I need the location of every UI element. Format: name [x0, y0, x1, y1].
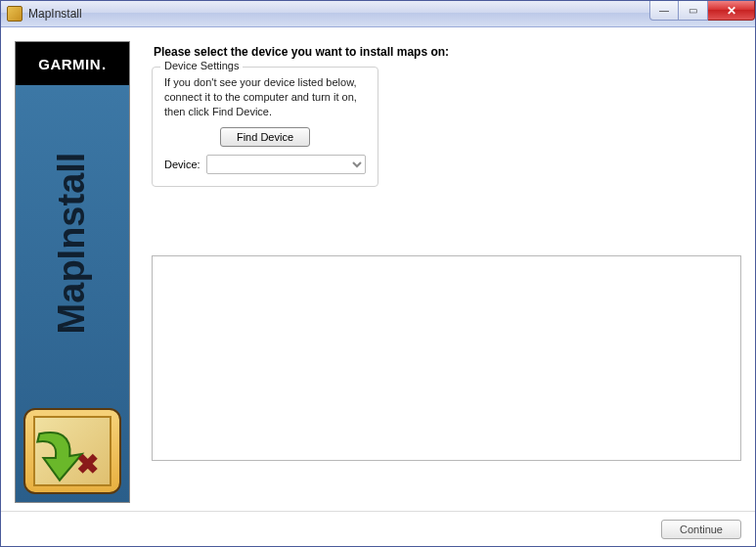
sidebar-banner: GARMIN. MapInstall ✖ — [15, 41, 130, 503]
titlebar[interactable]: MapInstall — ▭ ✕ — [1, 1, 755, 27]
window-controls: — ▭ ✕ — [649, 1, 755, 21]
device-settings-legend: Device Settings — [160, 60, 243, 71]
device-settings-group: Device Settings If you don't see your de… — [152, 67, 378, 187]
brand-logo: GARMIN. — [16, 42, 129, 85]
output-panel — [152, 255, 741, 461]
app-window: MapInstall — ▭ ✕ GARMIN. MapInstall — [0, 0, 756, 547]
map-install-icon: ✖ — [23, 408, 121, 494]
continue-button[interactable]: Continue — [661, 520, 741, 539]
main-area: GARMIN. MapInstall ✖ — [1, 27, 755, 511]
app-icon — [7, 6, 22, 22]
client-area: GARMIN. MapInstall ✖ — [1, 27, 755, 546]
device-row: Device: — [164, 155, 366, 174]
device-select[interactable] — [206, 155, 366, 174]
brand-suffix: . — [102, 56, 107, 72]
device-instruction-text: If you don't see your device listed belo… — [164, 75, 366, 119]
device-label: Device: — [164, 159, 200, 170]
window-title: MapInstall — [28, 7, 82, 21]
footer-bar: Continue — [1, 511, 755, 546]
minimize-button[interactable]: — — [649, 1, 679, 21]
close-button[interactable]: ✕ — [708, 1, 755, 21]
page-heading: Please select the device you want to ins… — [154, 45, 741, 59]
x-mark-icon: ✖ — [76, 453, 102, 479]
content-pane: Please select the device you want to ins… — [152, 41, 741, 503]
product-name-area: MapInstall — [16, 85, 129, 400]
brand-text: GARMIN — [38, 56, 101, 72]
product-name: MapInstall — [52, 152, 94, 334]
maximize-button[interactable]: ▭ — [679, 1, 708, 21]
find-device-button[interactable]: Find Device — [220, 127, 310, 147]
sidebar-map-icon-wrap: ✖ — [16, 400, 129, 502]
